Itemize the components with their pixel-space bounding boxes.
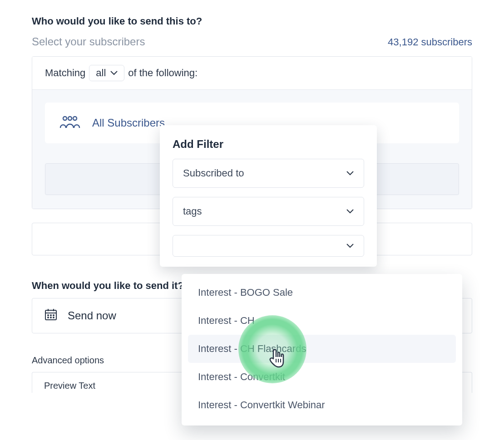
- filter-condition-select[interactable]: Subscribed to: [173, 159, 364, 188]
- filter-value-select[interactable]: [173, 235, 364, 257]
- svg-point-7: [48, 315, 49, 316]
- section-heading: Who would you like to send this to?: [32, 15, 472, 27]
- chevron-down-icon: [346, 209, 354, 214]
- tag-option[interactable]: Interest - BOGO Sale: [188, 279, 456, 307]
- match-prefix: Matching: [45, 67, 85, 79]
- tag-dropdown-list: Interest - BOGO Sale Interest - CH Inter…: [182, 274, 462, 425]
- subscriber-summary-row: Select your subscribers 43,192 subscribe…: [32, 35, 472, 48]
- svg-point-12: [53, 317, 54, 318]
- match-mode-value: all: [96, 67, 106, 79]
- preview-text-label: Preview Text: [44, 381, 95, 391]
- filter-type-value: tags: [183, 205, 202, 217]
- tag-option[interactable]: Interest - Convertkit Webinar: [188, 391, 456, 419]
- svg-point-11: [50, 317, 51, 318]
- svg-point-8: [50, 315, 51, 316]
- chevron-down-icon: [346, 244, 354, 248]
- subscriber-count: 43,192 subscribers: [388, 36, 472, 48]
- svg-point-9: [53, 315, 54, 316]
- svg-point-2: [73, 117, 77, 120]
- match-mode-select[interactable]: all: [89, 65, 124, 81]
- svg-point-10: [48, 317, 49, 318]
- add-filter-popover: Add Filter Subscribed to tags: [160, 125, 377, 267]
- chevron-down-icon: [346, 171, 354, 176]
- people-icon: [59, 115, 81, 131]
- tag-option[interactable]: Interest - Convertkit: [188, 363, 456, 391]
- svg-point-0: [63, 117, 67, 120]
- select-subscribers-label: Select your subscribers: [32, 35, 145, 48]
- match-suffix: of the following:: [128, 67, 198, 79]
- filter-condition-value: Subscribed to: [183, 167, 244, 179]
- chevron-down-icon: [110, 71, 118, 75]
- match-row: Matching all of the following:: [32, 57, 472, 90]
- tag-option[interactable]: Interest - CH Flashcards: [188, 335, 456, 363]
- calendar-icon: [44, 308, 58, 324]
- add-filter-title: Add Filter: [173, 138, 364, 151]
- send-now-label: Send now: [68, 309, 116, 322]
- svg-point-1: [68, 117, 72, 120]
- filter-type-select[interactable]: tags: [173, 197, 364, 226]
- tag-option[interactable]: Interest - CH: [188, 307, 456, 335]
- all-subscribers-label: All Subscribers: [92, 117, 165, 129]
